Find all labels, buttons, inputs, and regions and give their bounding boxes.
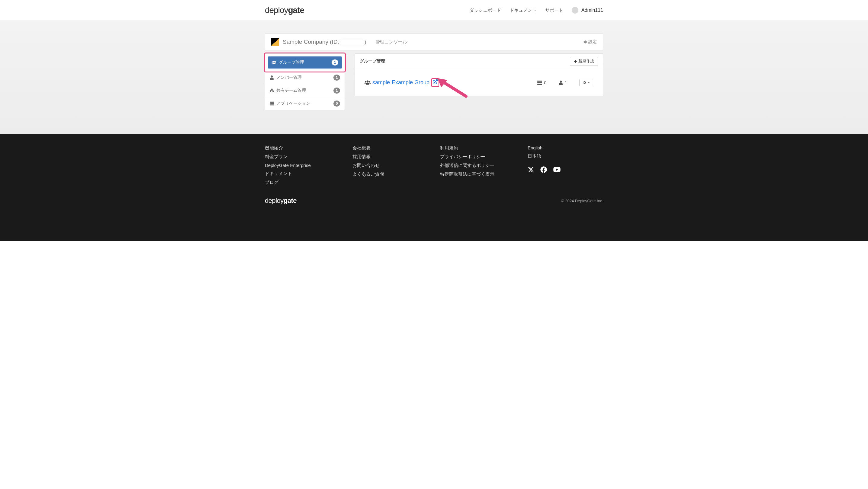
external-link-button[interactable] — [433, 79, 438, 86]
footer-link[interactable]: 機能紹介 — [265, 145, 340, 151]
logo[interactable]: deploygate — [265, 5, 304, 15]
sidebar-badge: 1 — [334, 88, 340, 94]
footer-link[interactable]: 特定商取引法に基づく表示 — [440, 171, 516, 177]
sidebar-item-members[interactable]: メンバー管理 1 — [265, 71, 345, 84]
app-count-stat: 0 — [537, 80, 546, 85]
new-button-label: 新規作成 — [578, 59, 594, 64]
footer-link[interactable]: ブログ — [265, 180, 340, 185]
sidebar-badge: 0 — [334, 100, 340, 106]
user-icon — [559, 80, 563, 85]
company-id-hidden — [341, 39, 364, 45]
social-x-link[interactable] — [528, 166, 534, 174]
highlight-annotation: グループ管理 1 — [264, 53, 346, 72]
storage-icon — [270, 101, 274, 106]
company-logo-icon — [271, 38, 279, 46]
copyright: © 2024 DeployGate Inc. — [561, 199, 603, 203]
nav-support[interactable]: サポート — [545, 7, 563, 13]
group-name-link[interactable]: Example Group — [392, 79, 430, 86]
caret-down-icon — [587, 82, 590, 84]
user-name: Admin111 — [581, 7, 603, 13]
footer-link[interactable]: 料金プラン — [265, 154, 340, 160]
company-card: Sample Company (ID: ) 管理コンソール 設定 — [265, 33, 603, 51]
footer-link-english[interactable]: English — [528, 145, 603, 150]
logo-deploy: deploy — [265, 5, 288, 15]
footer-col-2: 会社概要 採用情報 お問い合わせ よくあるご質問 — [352, 145, 428, 185]
footer-link[interactable]: 採用情報 — [352, 154, 428, 160]
gear-icon — [583, 80, 587, 85]
footer: 機能紹介 料金プラン DeployGate Enterprise ドキュメント … — [0, 134, 868, 241]
footer-link[interactable]: 会社概要 — [352, 145, 428, 151]
users-icon — [365, 80, 371, 85]
sidebar-badge: 1 — [334, 74, 340, 80]
nav-documents[interactable]: ドキュメント — [509, 7, 537, 13]
company-name: Sample Company (ID: ) — [283, 39, 366, 45]
group-sample-link[interactable]: sample — [372, 79, 390, 86]
top-nav: ダッシュボード ドキュメント サポート Admin111 — [469, 7, 603, 13]
social-youtube-link[interactable] — [553, 166, 561, 174]
console-label: 管理コンソール — [375, 39, 407, 45]
sitemap-icon — [270, 89, 274, 93]
new-group-button[interactable]: 新規作成 — [570, 57, 598, 66]
x-icon — [528, 166, 534, 173]
header: deploygate ダッシュボード ドキュメント サポート Admin111 — [0, 0, 868, 21]
settings-link[interactable]: 設定 — [583, 39, 597, 45]
main-panel: グループ管理 新規作成 — [354, 54, 603, 110]
plus-icon — [574, 60, 577, 63]
facebook-icon — [540, 166, 547, 173]
sidebar-item-label: メンバー管理 — [276, 75, 302, 80]
user-menu[interactable]: Admin111 — [572, 7, 603, 13]
social-facebook-link[interactable] — [540, 166, 547, 174]
user-icon — [270, 75, 274, 80]
external-link-icon — [433, 79, 438, 84]
footer-link[interactable]: 外部送信に関するポリシー — [440, 163, 516, 168]
footer-link[interactable]: DeployGate Enterprise — [265, 163, 340, 168]
users-icon — [272, 60, 276, 65]
footer-logo-gate: gate — [284, 197, 297, 204]
youtube-icon — [553, 166, 561, 173]
footer-link[interactable]: ドキュメント — [265, 171, 340, 176]
storage-icon — [537, 80, 542, 85]
company-name-prefix: Sample Company (ID: — [283, 39, 341, 45]
footer-col-1: 機能紹介 料金プラン DeployGate Enterprise ドキュメント … — [265, 145, 340, 185]
member-count-stat: 1 — [559, 80, 567, 85]
sidebar-item-shared-teams[interactable]: 共有チーム管理 1 — [265, 84, 345, 97]
gear-icon — [583, 40, 587, 44]
footer-link-japanese[interactable]: 日本語 — [528, 153, 603, 159]
footer-link[interactable]: よくあるご質問 — [352, 171, 428, 177]
user-avatar-icon — [572, 7, 578, 13]
footer-col-3: 利用規約 プライバシーポリシー 外部送信に関するポリシー 特定商取引法に基づく表… — [440, 145, 516, 185]
highlight-annotation — [431, 78, 439, 87]
sidebar-item-groups[interactable]: グループ管理 1 — [268, 57, 342, 68]
footer-col-4: English 日本語 — [528, 145, 603, 185]
app-count-value: 0 — [544, 80, 546, 85]
sidebar-item-label: 共有チーム管理 — [276, 88, 306, 93]
nav-dashboard[interactable]: ダッシュボード — [469, 7, 501, 13]
logo-gate: gate — [288, 5, 304, 15]
footer-logo: deploygate — [265, 197, 297, 205]
sidebar-badge: 1 — [332, 60, 338, 65]
footer-link[interactable]: お問い合わせ — [352, 163, 428, 168]
footer-link[interactable]: 利用規約 — [440, 145, 516, 151]
sidebar-item-applications[interactable]: アプリケーション 0 — [265, 97, 345, 110]
sidebar-item-label: アプリケーション — [276, 101, 310, 106]
panel-header: グループ管理 新規作成 — [355, 54, 603, 69]
member-count-value: 1 — [565, 80, 567, 85]
group-row: sample Example Group — [361, 74, 597, 91]
footer-link[interactable]: プライバシーポリシー — [440, 154, 516, 160]
panel-title: グループ管理 — [360, 59, 385, 64]
sidebar-item-label: グループ管理 — [279, 60, 304, 65]
footer-logo-deploy: deploy — [265, 197, 284, 204]
sidebar: グループ管理 1 メンバー管理 1 — [265, 54, 345, 110]
settings-label: 設定 — [588, 39, 597, 45]
group-settings-button[interactable] — [579, 79, 593, 86]
company-name-suffix: ) — [364, 39, 366, 45]
